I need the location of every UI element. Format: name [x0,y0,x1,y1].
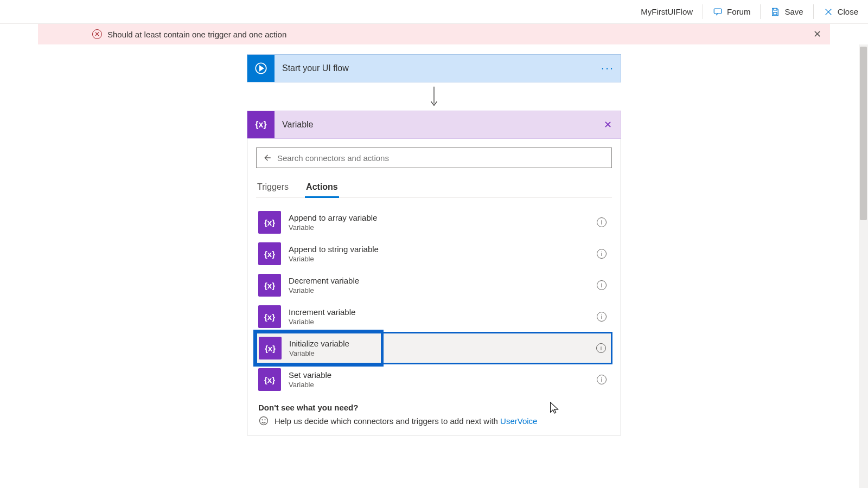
close-button[interactable]: Close [814,0,868,23]
action-subtitle: Variable [289,349,596,358]
close-label: Close [838,7,858,16]
save-label: Save [784,7,803,16]
action-initialize[interactable]: {x} Initialize variable Variable i [256,332,612,364]
info-icon[interactable]: i [597,375,607,384]
scrollbar-thumb[interactable] [860,47,867,220]
top-bar: MyFirstUIFlow Forum Save Close [0,0,868,24]
action-title: Initialize variable [289,339,596,349]
svg-rect-0 [714,9,722,14]
action-title: Set variable [289,370,597,380]
action-subtitle: Variable [289,223,597,232]
action-picker-panel: Triggers Actions {x} Append to array var… [247,139,621,435]
action-subtitle: Variable [289,381,597,389]
chat-icon [713,7,723,17]
variable-icon: {x} [258,305,281,328]
action-decrement[interactable]: {x} Decrement variable Variable i [256,269,612,301]
action-title: Append to array variable [289,213,597,223]
vertical-scrollbar[interactable] [859,44,868,488]
variable-icon: {x} [258,274,281,297]
tab-triggers[interactable]: Triggers [256,178,290,197]
action-subtitle: Variable [289,255,597,264]
svg-point-6 [265,420,265,420]
info-icon[interactable]: i [597,280,607,290]
action-title: Append to string variable [289,245,597,254]
variable-icon: {x} [258,368,281,391]
action-set[interactable]: {x} Set variable Variable i [256,364,612,395]
variable-step-title: Variable [275,111,595,138]
footer-help: Don't see what you need? Help us decide … [256,395,612,426]
variable-icon: {x} [259,337,282,359]
action-append-array[interactable]: {x} Append to array variable Variable i [256,207,612,238]
back-arrow-icon[interactable] [262,153,272,163]
svg-point-5 [262,420,263,420]
svg-point-4 [260,417,268,425]
step-menu-button[interactable]: ··· [595,55,621,82]
search-field[interactable] [256,147,612,168]
action-append-string[interactable]: {x} Append to string variable Variable i [256,238,612,269]
action-increment[interactable]: {x} Increment variable Variable i [256,301,612,332]
smile-icon [258,415,269,426]
forum-button[interactable]: Forum [703,0,760,23]
variable-icon: {x} [247,111,275,138]
variable-icon: {x} [258,242,281,265]
info-icon[interactable]: i [597,312,607,322]
action-title: Increment variable [289,307,597,317]
uservoice-link[interactable]: UserVoice [500,416,537,426]
action-subtitle: Variable [289,286,597,295]
start-step-title: Start your UI flow [275,55,595,82]
svg-rect-1 [774,12,777,15]
close-icon [824,7,833,17]
info-icon[interactable]: i [597,249,607,259]
search-input[interactable] [277,153,606,163]
flow-arrow [247,82,621,111]
save-icon [770,7,780,17]
info-icon[interactable]: i [596,343,606,353]
forum-label: Forum [727,7,750,16]
flow-canvas: Start your UI flow ··· {x} Variable ✕ Tr… [0,44,868,488]
footer-question: Don't see what you need? [258,403,610,412]
save-button[interactable]: Save [761,0,813,23]
dismiss-error-button[interactable]: ✕ [813,28,821,40]
action-title: Decrement variable [289,276,597,286]
action-subtitle: Variable [289,318,597,326]
tab-actions[interactable]: Actions [305,178,339,197]
close-panel-button[interactable]: ✕ [595,111,621,138]
error-banner: ✕ Should at least contain one trigger an… [38,24,830,44]
info-icon[interactable]: i [597,217,607,227]
play-icon [247,55,275,82]
variable-icon: {x} [258,211,281,234]
error-icon: ✕ [92,29,102,39]
action-list: {x} Append to array variable Variable i … [256,198,612,395]
start-step-card[interactable]: Start your UI flow ··· [247,54,621,82]
footer-text: Help us decide which connectors and trig… [275,416,537,426]
error-text: Should at least contain one trigger and … [107,30,286,39]
tabs: Triggers Actions [256,178,612,198]
flow-name: MyFirstUIFlow [631,0,703,23]
variable-step-header[interactable]: {x} Variable ✕ [247,111,621,139]
